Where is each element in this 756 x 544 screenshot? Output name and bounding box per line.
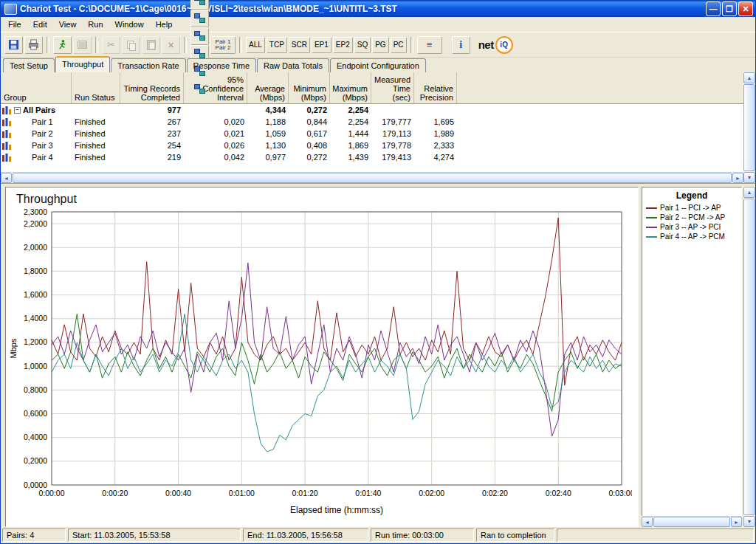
pair-chart-icon: [2, 153, 12, 162]
status-pairs: Pairs: 4: [2, 528, 66, 542]
avg-cell: 1,059: [247, 129, 289, 138]
filter-button-all[interactable]: ALL: [246, 37, 265, 53]
menu-view[interactable]: View: [53, 18, 83, 31]
scroll-right-button[interactable]: ►: [732, 173, 743, 183]
right-vertical-scrollbar[interactable]: ▲ ▼: [743, 187, 755, 527]
menu-window[interactable]: Window: [109, 18, 150, 31]
print-button[interactable]: [24, 36, 43, 54]
min-cell: 0,844: [289, 117, 330, 126]
scroll-thumb[interactable]: [743, 199, 755, 515]
help-info-button[interactable]: i: [452, 36, 470, 54]
legend-item[interactable]: Pair 2 -- PCM -> AP: [642, 213, 741, 222]
column-header-8[interactable]: RelativePrecision: [414, 72, 457, 103]
toolbar-separator: [410, 37, 413, 53]
column-header-3[interactable]: 95% ConfidenceInterval: [184, 72, 247, 103]
pair-tool-button-3[interactable]: [190, 27, 209, 45]
cut-button[interactable]: ✂: [102, 36, 120, 54]
scroll-thumb[interactable]: [13, 173, 732, 183]
column-header-filler: [457, 72, 743, 103]
scroll-up-button[interactable]: ▲: [743, 187, 755, 198]
table-row[interactable]: Pair 1Finished2670,0201,1880,8442,254179…: [1, 116, 743, 128]
table-empty-area: [1, 163, 743, 172]
column-header-6[interactable]: Maximum(Mbps): [330, 72, 371, 103]
filter-button-ep2[interactable]: EP2: [333, 37, 353, 53]
filter-button-scr[interactable]: SCR: [289, 37, 310, 53]
scroll-up-button[interactable]: ▲: [743, 72, 755, 83]
records-cell: 267: [120, 117, 184, 126]
group-cell: −All Pairs: [1, 106, 72, 114]
list-lines-icon: ≡: [427, 39, 433, 50]
scroll-left-button[interactable]: ◄: [1, 173, 12, 183]
pair-tool-button-1[interactable]: [190, 0, 209, 10]
scroll-thumb[interactable]: [743, 84, 755, 171]
run-status-cell: Finished: [72, 141, 120, 150]
legend-horizontal-scrollbar[interactable]: ◄ ►: [642, 516, 742, 527]
scroll-down-button[interactable]: ▼: [743, 172, 755, 183]
column-header-line2: (Mbps): [260, 93, 285, 102]
legend-item[interactable]: Pair 4 -- AP -> PCM: [642, 232, 741, 241]
svg-text:0:02:40: 0:02:40: [546, 489, 571, 497]
column-header-7[interactable]: MeasuredTime (sec): [371, 72, 414, 103]
scroll-right-button[interactable]: ►: [731, 517, 742, 527]
tab-test-setup[interactable]: Test Setup: [3, 58, 55, 72]
paste-button[interactable]: [142, 36, 160, 54]
column-header-1[interactable]: Run Status: [72, 72, 120, 103]
save-button[interactable]: [4, 36, 23, 54]
legend-line-swatch: [646, 236, 657, 238]
run-test-button[interactable]: [53, 36, 72, 54]
minimize-button[interactable]: —: [706, 1, 721, 16]
table-row[interactable]: −All Pairs9774,3440,2722,254: [1, 104, 743, 116]
filter-button-tcp[interactable]: TCP: [267, 37, 287, 53]
pair-tool-button-2[interactable]: [190, 10, 209, 27]
netiq-logo: net iQ: [478, 36, 513, 54]
tab-raw-data-totals[interactable]: Raw Data Totals: [257, 58, 329, 72]
stop-test-button[interactable]: [73, 36, 92, 54]
view-options-button[interactable]: ≡: [417, 36, 442, 54]
scroll-down-button[interactable]: ▼: [743, 516, 755, 527]
filter-button-pg[interactable]: PG: [372, 37, 388, 53]
table-vertical-scrollbar[interactable]: ▲ ▼: [743, 72, 755, 183]
legend-item[interactable]: Pair 1 -- PCI -> AP: [642, 203, 741, 213]
column-header-5[interactable]: Minimum(Mbps): [289, 72, 330, 103]
menu-file[interactable]: File: [2, 18, 27, 31]
filter-button-sq[interactable]: SQ: [354, 37, 371, 53]
results-table: GroupRun StatusTiming RecordsCompleted95…: [1, 72, 743, 183]
scroll-thumb[interactable]: [653, 517, 730, 527]
table-horizontal-scrollbar[interactable]: ◄ ►: [1, 172, 743, 183]
tab-transaction-rate[interactable]: Transaction Rate: [111, 58, 185, 72]
tab-endpoint-configuration[interactable]: Endpoint Configuration: [330, 58, 426, 72]
menu-edit[interactable]: Edit: [27, 18, 53, 31]
legend-line-swatch: [646, 217, 657, 218]
column-header-4[interactable]: Average(Mbps): [247, 72, 289, 103]
ci-cell: 0,021: [184, 129, 247, 138]
menu-help[interactable]: Help: [150, 18, 179, 31]
records-cell: 977: [120, 106, 184, 114]
column-header-2[interactable]: Timing RecordsCompleted: [120, 72, 184, 103]
tab-throughput[interactable]: Throughput: [55, 56, 110, 72]
group-label: Pair 3: [32, 141, 53, 150]
min-cell: 0,272: [289, 153, 330, 162]
filter-button-ep1[interactable]: EP1: [312, 37, 331, 53]
column-header-line2: Interval: [217, 93, 244, 102]
delete-button[interactable]: ×: [162, 36, 180, 54]
print-icon: [28, 39, 39, 50]
status-bar: Pairs: 4 Start: 11.03.2005, 15:53:58 End…: [1, 527, 755, 543]
collapse-expander[interactable]: −: [14, 107, 21, 114]
maximize-button[interactable]: ❐: [722, 1, 737, 16]
copy-icon: [127, 41, 135, 49]
table-row[interactable]: Pair 4Finished2190,0420,9770,2721,439179…: [1, 151, 743, 163]
legend-panel: Legend Pair 1 -- PCI -> APPair 2 -- PCM …: [642, 187, 742, 516]
copy-button[interactable]: [122, 36, 140, 54]
menu-run[interactable]: Run: [82, 18, 109, 31]
column-header-0[interactable]: Group: [1, 72, 72, 103]
legend-item[interactable]: Pair 3 -- AP -> PCI: [642, 222, 741, 232]
pair-chart-icon: [2, 117, 12, 126]
pair-selector-button[interactable]: Pair 1 Pair 2: [210, 36, 236, 54]
svg-text:2,2000: 2,2000: [24, 219, 47, 228]
table-row[interactable]: Pair 3Finished2540,0261,1300,4081,869179…: [1, 140, 743, 151]
filter-button-pc[interactable]: PC: [391, 37, 407, 53]
close-button[interactable]: ✕: [738, 1, 753, 16]
table-row[interactable]: Pair 2Finished2370,0211,0590,6171,444179…: [1, 128, 743, 140]
svg-text:0:00:40: 0:00:40: [165, 489, 191, 497]
scroll-left-button[interactable]: ◄: [642, 517, 653, 527]
